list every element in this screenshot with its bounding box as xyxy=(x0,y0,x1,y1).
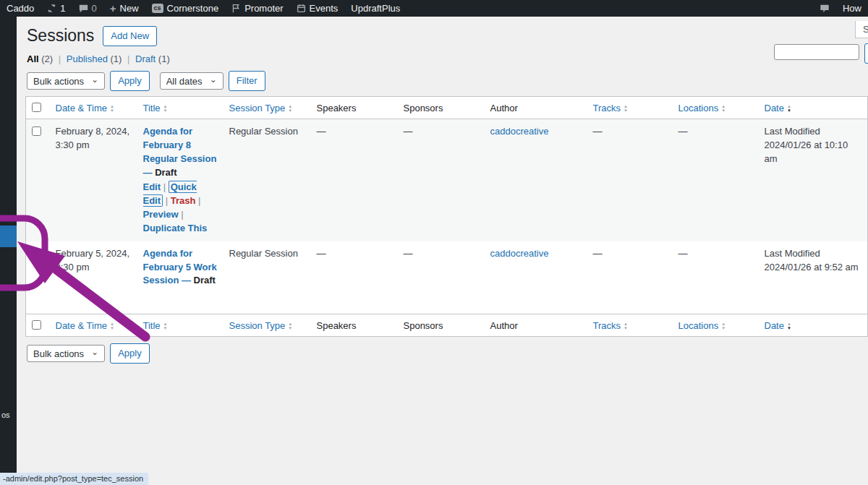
all-dates-label: All dates xyxy=(166,76,203,87)
row-checkbox[interactable] xyxy=(32,126,41,136)
add-new-button[interactable]: Add New xyxy=(103,26,157,46)
sort-icon: ▲▼ xyxy=(787,104,791,113)
promoter-label: Promoter xyxy=(244,3,283,14)
promoter-menu[interactable]: Promoter xyxy=(225,0,289,17)
filter-published-count: (1) xyxy=(111,53,122,64)
row-checkbox[interactable] xyxy=(32,249,41,258)
plus-icon: + xyxy=(110,2,116,14)
updraftplus-label: UpdraftPlus xyxy=(351,3,400,14)
admin-bar: Caddo 1 0 + New cs Cornerstone Promoter xyxy=(0,0,868,17)
column-header-datetime[interactable]: Date & Time xyxy=(56,103,108,113)
edit-link[interactable]: Edit xyxy=(143,181,161,192)
sort-icon: ▲▼ xyxy=(721,104,726,113)
column-header-date[interactable]: Date xyxy=(765,103,784,113)
comment-bubble-icon xyxy=(79,4,88,13)
column-header-title[interactable]: Title xyxy=(143,103,161,113)
chevron-down-icon: ⌄ xyxy=(210,75,217,84)
duplicate-link[interactable]: Duplicate This xyxy=(143,223,208,233)
sort-icon: ▲▼ xyxy=(288,322,292,330)
column-footer-tracks[interactable]: Tracks xyxy=(593,320,621,331)
cornerstone-label: Cornerstone xyxy=(167,3,219,14)
session-type: Regular Session xyxy=(229,126,298,137)
comments-count: 0 xyxy=(92,3,97,14)
bulk-actions-select-bottom[interactable]: Bulk actions ⌄ xyxy=(27,345,105,362)
locations-value: — xyxy=(678,126,688,137)
sort-icon: ▲▼ xyxy=(163,322,168,330)
tablenav-bottom: Bulk actions ⌄ Apply xyxy=(27,343,868,364)
sort-icon: ▲▼ xyxy=(110,104,114,113)
locations-value: — xyxy=(678,248,688,259)
column-footer-locations[interactable]: Locations xyxy=(678,320,719,331)
filter-separator: | xyxy=(59,53,61,64)
search-input[interactable] xyxy=(774,44,859,60)
filter-all-count: (2) xyxy=(41,53,53,64)
search-sessions-button[interactable]: Search Sessions xyxy=(864,43,868,64)
column-header-locations[interactable]: Locations xyxy=(678,103,719,113)
calendar-icon xyxy=(297,4,306,13)
sidebar-active-menu-item[interactable] xyxy=(0,226,17,247)
apply-button-bottom[interactable]: Apply xyxy=(110,343,150,364)
events-label: Events xyxy=(310,3,339,14)
table-row: February 8, 2024, 3:30 pm Agenda for Feb… xyxy=(26,119,868,241)
date-status: Last Modified xyxy=(765,247,862,261)
filter-draft-link[interactable]: Draft xyxy=(135,53,156,64)
column-header-sponsors: Sponsors xyxy=(404,103,443,113)
author-link[interactable]: caddocreative xyxy=(490,248,549,259)
preview-link[interactable]: Preview xyxy=(143,209,179,220)
sort-icon: ▲▼ xyxy=(624,104,628,113)
new-menu[interactable]: + New xyxy=(103,0,145,17)
column-footer-title[interactable]: Title xyxy=(143,320,161,331)
column-footer-session-type[interactable]: Session Type xyxy=(229,320,286,331)
session-title-link[interactable]: Agenda for February 8 Regular Session — xyxy=(143,126,217,178)
sort-icon: ▲▼ xyxy=(163,104,168,113)
select-all-checkbox[interactable] xyxy=(32,103,41,112)
column-footer-speakers: Speakers xyxy=(317,320,357,331)
filter-all-link[interactable]: All xyxy=(27,53,39,64)
bulk-actions-label: Bulk actions xyxy=(33,348,84,359)
site-name-label: Caddo xyxy=(7,3,34,14)
filter-published-link[interactable]: Published xyxy=(67,53,108,64)
sidebar-menu-text-fragment: os xyxy=(1,411,10,419)
filter-button[interactable]: Filter xyxy=(229,71,265,91)
sessions-table: Date & Time▲▼ Title▲▼ Session Type▲▼ Spe… xyxy=(25,96,868,337)
column-header-tracks[interactable]: Tracks xyxy=(593,103,621,113)
session-type: Regular Session xyxy=(229,248,298,259)
all-dates-select[interactable]: All dates ⌄ xyxy=(160,72,224,90)
comments-menu[interactable]: 0 xyxy=(72,0,103,17)
events-menu[interactable]: Events xyxy=(290,0,345,17)
flag-icon xyxy=(231,4,241,13)
updates-menu[interactable]: 1 xyxy=(41,0,72,17)
sponsors-value: — xyxy=(404,126,413,137)
trash-link[interactable]: Trash xyxy=(171,195,196,206)
screen-options-tab[interactable]: Screen Options xyxy=(855,21,868,38)
author-link[interactable]: caddocreative xyxy=(490,126,549,137)
sort-icon: ▲▼ xyxy=(721,322,726,330)
cornerstone-badge-icon: cs xyxy=(152,4,163,13)
apply-button[interactable]: Apply xyxy=(110,71,150,91)
updraftplus-menu[interactable]: UpdraftPlus xyxy=(344,0,407,17)
howdy-menu[interactable]: How xyxy=(836,0,868,17)
action-separator: | xyxy=(198,195,200,206)
post-state: Draft xyxy=(194,275,216,286)
speakers-value: — xyxy=(317,126,326,137)
column-header-session-type[interactable]: Session Type xyxy=(229,103,286,113)
session-datetime: February 8, 2024, 3:30 pm xyxy=(56,126,130,150)
site-name-menu[interactable]: Caddo xyxy=(0,0,41,17)
bulk-actions-label: Bulk actions xyxy=(33,76,84,87)
select-all-checkbox[interactable] xyxy=(32,320,41,330)
cornerstone-menu[interactable]: cs Cornerstone xyxy=(145,0,226,17)
filter-draft-count: (1) xyxy=(158,53,170,64)
notification-menu[interactable] xyxy=(813,0,836,17)
row-actions: Edit | Quick Edit | Trash | Preview | Du… xyxy=(143,181,218,235)
updates-count: 1 xyxy=(60,3,65,14)
chevron-down-icon: ⌄ xyxy=(91,75,98,84)
column-footer-date[interactable]: Date xyxy=(765,320,784,331)
filter-separator: | xyxy=(127,53,129,64)
column-footer-sponsors: Sponsors xyxy=(404,320,443,331)
date-value: 2024/01/26 at 10:10 am xyxy=(765,139,862,166)
column-footer-datetime[interactable]: Date & Time xyxy=(56,320,108,331)
action-separator: | xyxy=(181,209,183,220)
tracks-value: — xyxy=(593,126,603,137)
main-content: Sessions Add New All (2) | Published (1)… xyxy=(17,17,868,485)
bulk-actions-select[interactable]: Bulk actions ⌄ xyxy=(27,72,105,90)
